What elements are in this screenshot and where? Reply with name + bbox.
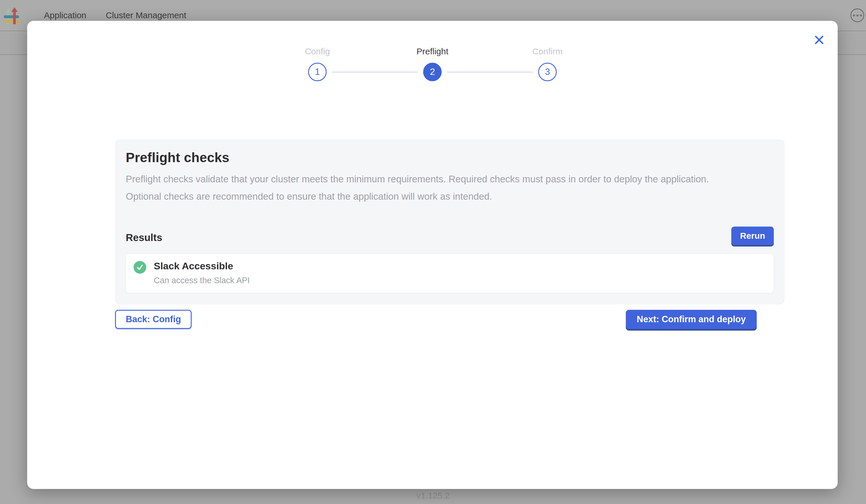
rerun-button[interactable]: Rerun bbox=[731, 226, 774, 245]
result-detail: Can access the Slack API bbox=[154, 276, 250, 285]
logo-yellow-bar bbox=[4, 20, 20, 23]
step-circle-2[interactable]: 2 bbox=[423, 63, 442, 81]
result-text-block: Slack Accessible Can access the Slack AP… bbox=[154, 260, 250, 285]
panel-description: Preflight checks validate that your clus… bbox=[126, 170, 730, 205]
step-label-confirm: Confirm bbox=[532, 46, 563, 56]
back-config-button[interactable]: Back: Config bbox=[115, 310, 192, 329]
modal-action-row: Back: Config Next: Confirm and deploy bbox=[115, 310, 757, 329]
wizard-stepper: Config Preflight Confirm 1 2 3 bbox=[308, 46, 557, 81]
close-icon[interactable] bbox=[813, 34, 825, 46]
nav-tab-application[interactable]: Application bbox=[44, 10, 86, 20]
version-label: v1.125.2 bbox=[0, 491, 866, 501]
logo-teal-bar bbox=[4, 15, 19, 18]
ellipsis-dot bbox=[856, 14, 858, 16]
preflight-modal: Config Preflight Confirm 1 2 3 Preflight… bbox=[27, 21, 838, 489]
result-title: Slack Accessible bbox=[154, 260, 250, 272]
check-icon bbox=[134, 261, 146, 274]
step-label-preflight: Preflight bbox=[417, 46, 448, 56]
overflow-menu-icon[interactable] bbox=[851, 8, 864, 22]
ellipsis-dot bbox=[860, 14, 862, 16]
results-header-row: Results Rerun bbox=[126, 226, 774, 245]
nav-tab-cluster-management[interactable]: Cluster Management bbox=[106, 10, 186, 20]
step-label-config: Config bbox=[305, 46, 330, 56]
app-logo-icon bbox=[3, 5, 21, 25]
ellipsis-dot bbox=[853, 14, 855, 16]
preflight-result-item: Slack Accessible Can access the Slack AP… bbox=[126, 254, 774, 293]
step-circle-1[interactable]: 1 bbox=[308, 63, 326, 81]
preflight-checks-panel: Preflight checks Preflight checks valida… bbox=[115, 139, 785, 304]
step-circle-3[interactable]: 3 bbox=[538, 63, 557, 81]
panel-title: Preflight checks bbox=[126, 150, 774, 165]
results-heading: Results bbox=[126, 232, 162, 245]
next-confirm-deploy-button[interactable]: Next: Confirm and deploy bbox=[626, 310, 757, 329]
stepper-connector bbox=[332, 71, 418, 73]
stepper-connector bbox=[447, 71, 533, 73]
